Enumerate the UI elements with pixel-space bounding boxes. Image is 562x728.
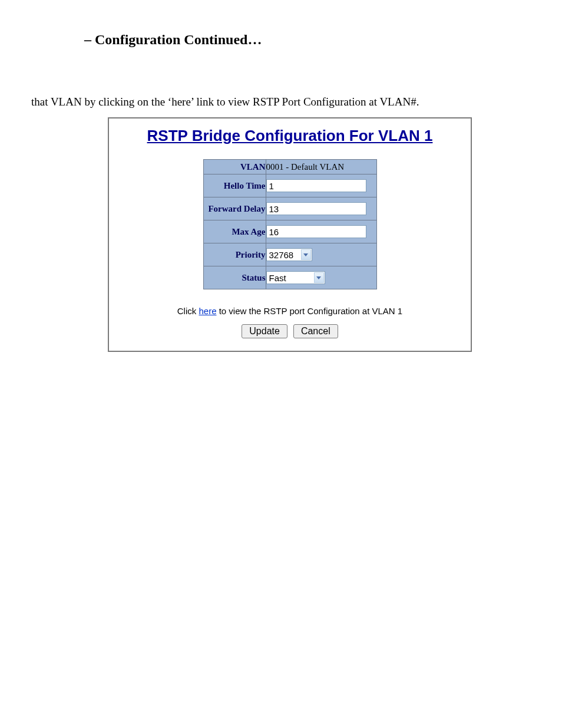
priority-select-value: 32768 — [267, 250, 300, 260]
value-vlan: 0001 - Default VLAN — [266, 160, 376, 174]
rstp-config-panel: RSTP Bridge Configuration For VLAN 1 VLA… — [108, 117, 472, 352]
vlan-text: 0001 - Default VLAN — [266, 162, 345, 172]
cell-status: Fast — [266, 266, 376, 289]
chevron-down-icon — [301, 249, 311, 260]
link-pre-text: Click — [177, 306, 199, 316]
port-config-link[interactable]: here — [199, 306, 216, 316]
update-button[interactable]: Update — [242, 324, 287, 338]
label-status: Status — [203, 266, 266, 289]
label-vlan: VLAN — [203, 160, 266, 174]
port-config-link-line: Click here to view the RSTP port Configu… — [177, 306, 402, 316]
cell-forward-delay — [266, 197, 376, 220]
label-max-age: Max Age — [203, 220, 266, 243]
cell-max-age — [266, 220, 376, 243]
button-row: Update Cancel — [240, 324, 339, 338]
status-select[interactable]: Fast — [266, 271, 325, 284]
label-priority: Priority — [203, 243, 266, 266]
cancel-button[interactable]: Cancel — [293, 324, 338, 338]
section-heading: – Configuration Continued… — [84, 32, 262, 48]
page: – Configuration Continued… that VLAN by … — [0, 0, 562, 728]
label-forward-delay: Forward Delay — [203, 197, 266, 220]
config-table: VLAN 0001 - Default VLAN Hello Time Forw… — [203, 159, 377, 289]
label-hello-time: Hello Time — [203, 174, 266, 197]
cell-hello-time — [266, 174, 376, 197]
panel-title: RSTP Bridge Configuration For VLAN 1 — [147, 127, 433, 145]
priority-select[interactable]: 32768 — [266, 248, 312, 261]
max-age-input[interactable] — [266, 225, 366, 238]
body-paragraph: that VLAN by clicking on the ‘here’ link… — [31, 95, 419, 108]
status-select-value: Fast — [267, 273, 313, 283]
link-post-text: to view the RSTP port Configuration at V… — [219, 306, 403, 316]
cell-priority: 32768 — [266, 243, 376, 266]
chevron-down-icon — [314, 272, 324, 283]
hello-time-input[interactable] — [266, 179, 366, 192]
forward-delay-input[interactable] — [266, 202, 366, 215]
